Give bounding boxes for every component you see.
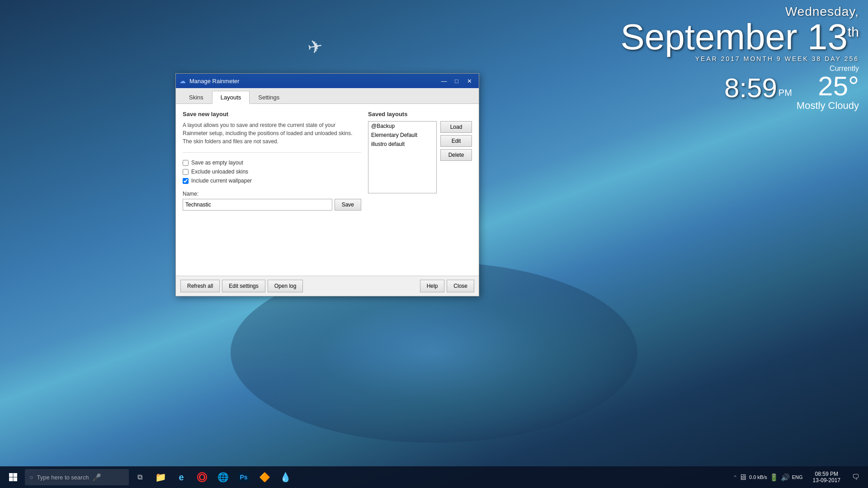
checkbox-wallpaper-label: Include current wallpaper [191,178,252,184]
list-item[interactable]: @Backup [368,122,436,131]
help-button[interactable]: Help [420,280,445,292]
opera-icon: O [197,472,207,482]
chrome-button[interactable]: 🌐 [213,466,233,488]
checkbox-row-exclude: Exclude unloaded skins [183,169,361,175]
right-panel: Saved layouts @Backup Elementary Default… [368,111,472,269]
svg-rect-0 [9,473,13,477]
tab-skins[interactable]: Skins [180,91,212,104]
rainmeter-widgets: Wednesday, September 13th YEAR 2017 MONT… [620,5,859,112]
taskbar-clock[interactable]: 08:59 PM 13-09-2017 [808,471,845,483]
name-label: Name: [183,191,361,197]
refresh-all-button[interactable]: Refresh all [180,280,220,292]
network-icon: 🖥 [739,473,747,482]
list-item[interactable]: Elementary Default [368,131,436,140]
svg-rect-2 [9,478,13,482]
file-explorer-icon: 📁 [155,472,166,483]
close-window-button[interactable]: ✕ [463,76,475,85]
rainmeter-taskbar-icon: 💧 [280,472,291,483]
list-item[interactable]: illustro default [368,140,436,149]
search-input-label: Type here to search [37,474,89,481]
layouts-list: @Backup Elementary Default illustro defa… [368,121,437,193]
opera-button[interactable]: O [192,466,212,488]
layout-name-input[interactable] [183,199,332,211]
widget-time: 8:59 [724,75,777,102]
tab-settings[interactable]: Settings [250,91,288,104]
task-view-button[interactable]: ⧉ [130,466,150,488]
widget-temp: 25° [797,73,859,100]
rainmeter-icon: ☁ [179,77,187,84]
cortana-mic-icon: 🎤 [92,473,101,482]
layout-action-buttons: Load Edit Delete [440,121,472,196]
search-bar[interactable]: ○ Type here to search 🎤 [25,469,129,485]
windows-logo-icon [9,473,18,482]
dialog-footer: Refresh all Edit settings Open log Help … [176,276,479,296]
start-button[interactable] [2,466,24,488]
tray-arrow[interactable]: ^ [734,474,736,480]
battery-icon: 🔋 [769,473,778,482]
maximize-button[interactable]: □ [451,76,462,85]
checkbox-empty-layout[interactable] [183,160,189,166]
photoshop-button[interactable]: Ps [234,466,254,488]
tab-layouts[interactable]: Layouts [212,91,250,104]
layout-description: A layout allows you to save and restore … [183,121,361,153]
widget-time-weather: 8:59 PM Currently 25° Mostly Cloudy [620,65,859,112]
minimize-button[interactable]: — [438,76,450,85]
task-view-icon: ⧉ [137,473,142,481]
chrome-icon: 🌐 [217,472,229,483]
close-dialog-button[interactable]: Close [447,280,474,292]
taskbar-tray: ^ 🖥 0.0 kB/s 🔋 🔊 ENG [734,473,807,482]
name-section: Name: Save [183,191,361,211]
svg-rect-3 [14,478,18,482]
checkbox-empty-label: Save as empty layout [191,160,243,166]
save-layout-title: Save new layout [183,111,361,117]
left-panel: Save new layout A layout allows you to s… [183,111,361,269]
save-layout-button[interactable]: Save [335,199,361,211]
load-layout-button[interactable]: Load [440,121,472,133]
taskbar-time: 08:59 PM [813,471,840,477]
edge-button[interactable]: e [171,466,191,488]
vlc-icon: 🔶 [259,472,270,483]
dialog-controls: — □ ✕ [438,76,475,85]
airplane-decoration: ✈ [306,35,324,58]
widget-condition: Mostly Cloudy [797,100,859,112]
right-panel-inner: @Backup Elementary Default illustro defa… [368,121,472,196]
notification-icon: 🗨 [852,473,859,481]
vlc-button[interactable]: 🔶 [255,466,274,488]
notification-button[interactable]: 🗨 [846,466,866,488]
taskbar: ○ Type here to search 🎤 ⧉ 📁 e O 🌐 Ps 🔶 💧 [0,466,868,488]
name-input-row: Save [183,199,361,211]
dialog-tabs: Skins Layouts Settings [176,88,479,104]
language-indicator: ENG [792,474,803,480]
svg-rect-1 [14,473,18,477]
checkbox-row-empty: Save as empty layout [183,160,361,166]
widget-ampm: PM [778,88,792,98]
dialog-window: ☁ Manage Rainmeter — □ ✕ Skins Layouts S… [175,73,479,296]
checkbox-exclude-unloaded[interactable] [183,169,189,175]
volume-icon: 🔊 [781,473,790,482]
rainmeter-taskbar-button[interactable]: 💧 [275,466,295,488]
taskbar-date: 13-09-2017 [813,477,840,483]
widget-weather: Currently 25° Mostly Cloudy [797,65,859,112]
edit-settings-button[interactable]: Edit settings [222,280,265,292]
delete-layout-button[interactable]: Delete [440,149,472,161]
dialog-title: Manage Rainmeter [189,78,435,84]
photoshop-icon: Ps [238,473,249,482]
file-explorer-button[interactable]: 📁 [151,466,170,488]
dialog-titlebar: ☁ Manage Rainmeter — □ ✕ [176,74,479,88]
checkbox-row-wallpaper: Include current wallpaper [183,178,361,184]
checkbox-exclude-label: Exclude unloaded skins [191,169,248,175]
edit-layout-button[interactable]: Edit [440,135,472,147]
network-speed: 0.0 kB/s [749,474,767,480]
desktop: ✈ Wednesday, September 13th YEAR 2017 MO… [0,0,868,488]
widget-month-day: September 13th [620,19,859,55]
checkbox-include-wallpaper[interactable] [183,178,189,184]
edge-icon: e [179,472,184,483]
dialog-content: Save new layout A layout allows you to s… [176,104,479,276]
saved-layouts-title: Saved layouts [368,111,472,117]
open-log-button[interactable]: Open log [268,280,303,292]
search-icon: ○ [29,474,33,481]
